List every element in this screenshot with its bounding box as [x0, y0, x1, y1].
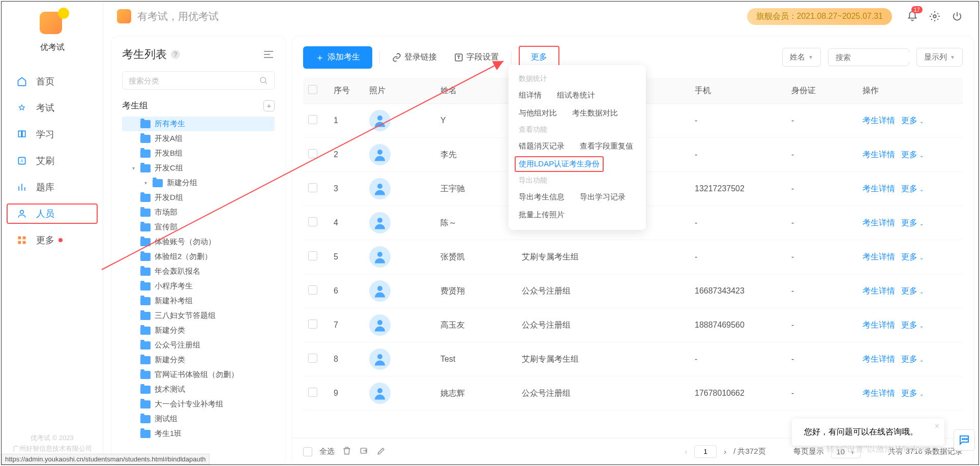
group-search[interactable] [122, 71, 275, 90]
tree-item[interactable]: 技术测试 [122, 382, 275, 397]
cell-id: - [786, 376, 857, 411]
chat-icon[interactable] [954, 429, 975, 451]
detail-link[interactable]: 考生详情 [863, 218, 895, 227]
gear-icon[interactable] [929, 10, 941, 22]
tree-item[interactable]: 开发D组 [122, 190, 275, 205]
row-more[interactable]: 更多 ⌄ [901, 389, 924, 397]
collapse-icon[interactable] [262, 48, 275, 61]
row-more[interactable]: 更多 ⌄ [901, 252, 924, 261]
field-settings-button[interactable]: 字段设置 [449, 49, 504, 66]
row-more[interactable]: 更多 ⌄ [901, 150, 924, 159]
dd-duplicate-fields[interactable]: 查看字段重复值 [580, 139, 633, 153]
tree-item[interactable]: 新建分类 [122, 353, 275, 367]
tree-item[interactable]: 体验组2（勿删） [122, 249, 275, 264]
bell-icon[interactable]: 17 [906, 10, 918, 22]
dd-export-candidates[interactable]: 导出考生信息 [519, 190, 565, 204]
move-icon[interactable] [359, 446, 369, 457]
detail-link[interactable]: 考生详情 [863, 150, 895, 159]
add-group-button[interactable]: + [263, 100, 275, 111]
delete-icon[interactable] [342, 446, 352, 457]
nav-bank[interactable]: 题库 [2, 174, 103, 200]
detail-link[interactable]: 考生详情 [863, 321, 895, 329]
dd-group-paper-stat[interactable]: 组试卷统计 [557, 89, 595, 102]
vip-badge[interactable]: 旗舰会员：2021.08.27~2025.07.31 [747, 8, 893, 25]
close-icon[interactable]: × [935, 422, 939, 431]
dd-batch-upload-photos[interactable]: 批量上传照片 [519, 208, 565, 222]
tree-item[interactable]: 大一会计专业补考组 [122, 397, 275, 412]
page-input[interactable] [694, 445, 717, 458]
avatar-icon [369, 178, 391, 199]
row-checkbox[interactable] [308, 115, 317, 124]
group-search-input[interactable] [129, 76, 259, 85]
row-more[interactable]: 更多 ⌄ [901, 116, 924, 125]
dd-ldap-auth[interactable]: 使用LDAP认证考生身份 [515, 156, 604, 172]
detail-link[interactable]: 考生详情 [863, 184, 895, 193]
dd-group-detail[interactable]: 组详情 [519, 89, 542, 102]
tree-item[interactable]: 新建补考组 [122, 294, 275, 308]
row-checkbox[interactable] [308, 285, 317, 295]
tree-item[interactable]: 小程序考生 [122, 279, 275, 294]
nav-ai[interactable]: A艾刷 [2, 148, 103, 174]
row-checkbox[interactable] [308, 183, 317, 192]
cell-phone: - [690, 206, 786, 240]
svg-point-18 [377, 354, 382, 359]
tree-item[interactable]: 市场部 [122, 205, 275, 220]
dd-candidate-compare[interactable]: 考生数据对比 [572, 106, 618, 120]
cell-phone: - [690, 104, 786, 138]
power-icon[interactable] [951, 10, 963, 22]
detail-link[interactable]: 考生详情 [863, 252, 895, 261]
tree-item[interactable]: 所有考生 [122, 116, 275, 131]
tree-item[interactable]: 体验账号（勿动） [122, 235, 275, 249]
add-candidate-button[interactable]: ＋添加考生 [303, 46, 372, 69]
tree-item[interactable]: 测试组 [122, 412, 275, 426]
cell-index: 4 [329, 206, 364, 240]
row-more[interactable]: 更多 ⌄ [901, 355, 924, 363]
row-checkbox[interactable] [308, 388, 317, 397]
detail-link[interactable]: 考生详情 [863, 116, 895, 125]
nav-people[interactable]: 人员 [2, 200, 103, 227]
tree-item[interactable]: ▾开发C组 [122, 161, 275, 176]
select-all-checkbox[interactable] [308, 85, 317, 94]
filter-field-select[interactable]: 姓名▼ [782, 48, 821, 67]
tree-item[interactable]: 新建分类 [122, 323, 275, 338]
dd-export-study[interactable]: 导出学习记录 [580, 190, 626, 204]
svg-point-14 [377, 218, 382, 223]
row-more[interactable]: 更多 ⌄ [901, 286, 924, 295]
tree-item[interactable]: 年会轰趴报名 [122, 264, 275, 279]
tree-item[interactable]: 三八妇女节答题组 [122, 308, 275, 323]
tree-item[interactable]: 官网证书体验组（勿删） [122, 367, 275, 382]
row-checkbox[interactable] [308, 217, 317, 226]
row-more[interactable]: 更多 ⌄ [901, 184, 924, 193]
page-prev[interactable]: ‹ [685, 447, 687, 456]
dd-compare-groups[interactable]: 与他组对比 [519, 106, 557, 120]
dd-error-records[interactable]: 错题消灭记录 [519, 139, 565, 153]
row-checkbox[interactable] [308, 149, 317, 158]
tree-item[interactable]: ▾新建分组 [122, 176, 275, 190]
page-next[interactable]: › [724, 447, 726, 456]
nav-exam[interactable]: 考试 [2, 95, 103, 121]
detail-link[interactable]: 考生详情 [863, 389, 895, 397]
tree-item[interactable]: 初中组 [122, 441, 275, 443]
tree-item[interactable]: 公众号注册组 [122, 338, 275, 353]
row-more[interactable]: 更多 ⌄ [901, 218, 924, 227]
row-checkbox[interactable] [308, 319, 317, 329]
show-columns-button[interactable]: 显示列▼ [916, 48, 963, 67]
footer-select-all-checkbox[interactable] [303, 447, 312, 456]
row-more[interactable]: 更多 ⌄ [901, 321, 924, 329]
row-checkbox[interactable] [308, 354, 317, 363]
edit-icon[interactable] [376, 446, 387, 457]
tree-item[interactable]: 开发A组 [122, 131, 275, 146]
row-checkbox[interactable] [308, 251, 317, 260]
tree-item[interactable]: 开发B组 [122, 146, 275, 161]
table-search[interactable] [828, 48, 909, 66]
detail-link[interactable]: 考生详情 [863, 286, 895, 295]
login-link-button[interactable]: 登录链接 [387, 49, 442, 66]
detail-link[interactable]: 考生详情 [863, 355, 895, 363]
nav-more[interactable]: 更多 [2, 227, 103, 253]
tree-item[interactable]: 考生1班 [122, 426, 275, 441]
help-icon[interactable]: ? [171, 50, 180, 59]
nav-study[interactable]: 学习 [2, 121, 103, 148]
cell-group: 公众号注册组 [517, 308, 618, 342]
tree-item[interactable]: 宣传部 [122, 220, 275, 235]
nav-home[interactable]: 首页 [2, 68, 103, 95]
